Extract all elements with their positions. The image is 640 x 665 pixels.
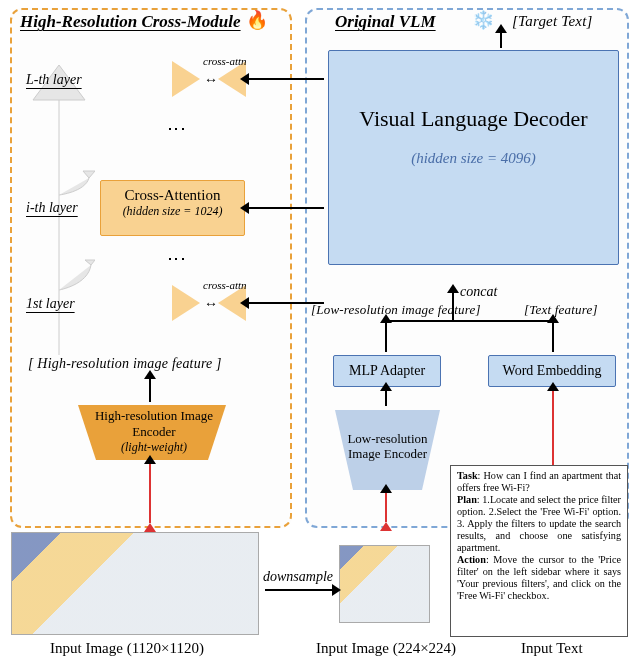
arrow-lr-encoder-to-mlp (385, 390, 387, 406)
caption-input-text: Input Text (521, 640, 583, 657)
cross-attn-top-label: cross-attn (203, 55, 247, 67)
high-resolution-module-title: High-Resolution Cross-Module (20, 12, 241, 32)
bidir-arrow-icon: ↔ (204, 72, 218, 88)
concat-label: concat (460, 284, 497, 300)
input-image-small (339, 545, 430, 623)
arrow-input-large-to-hr-encoder (149, 463, 151, 523)
visual-language-decoder-block: Visual Language Decoder (hidden size = 4… (328, 50, 619, 265)
mlp-label: MLP Adapter (349, 363, 425, 379)
task-key: Task (457, 470, 478, 481)
arrow-concat-to-decoder (452, 292, 454, 320)
hr-image-feature-label: [ High-resolution image feature ] (28, 356, 222, 372)
hr-encoder-sub: (light-weight) (121, 440, 187, 454)
fire-icon: 🔥 (246, 9, 268, 31)
decoder-hidden-size: (hidden size = 4096) (329, 150, 618, 167)
cross-attn-hidden-size: (hidden size = 1024) (101, 204, 244, 219)
lr-image-feature-label: [Low-resolution image feature] (311, 302, 481, 318)
layer-i-label: i-th layer (26, 200, 78, 216)
arrow-decoder-to-layer-i (248, 207, 324, 209)
hr-encoder-text: High-resolution Image Encoder (95, 408, 213, 439)
input-text-box: Task: How can I find an apartment that o… (450, 465, 628, 637)
caption-input-small: Input Image (224×224) (316, 640, 456, 657)
word-embedding-label: Word Embedding (503, 363, 602, 379)
cross-attn-bot-label: cross-attn (203, 279, 247, 291)
arrow-decoder-to-layerL (248, 78, 324, 80)
cross-attention-block: Cross-Attention (hidden size = 1024) (100, 180, 245, 236)
snowflake-icon: ❄️ (472, 9, 494, 31)
hr-encoder-label: High-resolution Image Encoder (light-wei… (86, 408, 222, 455)
lr-encoder-label: Low-resolution Image Encoder (340, 432, 435, 462)
cross-attn-label: Cross-Attention (101, 187, 244, 204)
ellipsis-icon: ⋮ (172, 250, 181, 270)
action-key: Action (457, 554, 486, 565)
arrow-hr-encoder-to-feature (149, 378, 151, 402)
text-feature-label: [Text feature] (524, 302, 598, 318)
ellipsis-icon: ⋮ (172, 120, 181, 140)
plan-key: Plan (457, 494, 477, 505)
layer-L-label: L-th layer (26, 72, 82, 88)
concat-join-line (385, 320, 552, 322)
arrow-decoder-to-target (500, 32, 502, 48)
caption-input-large: Input Image (1120×1120) (50, 640, 204, 657)
bidir-arrow-icon: ↔ (204, 296, 218, 312)
arrow-input-small-to-lr-encoder (385, 492, 387, 522)
arrow-downsample (265, 589, 333, 591)
target-text-label: [Target Text] (512, 13, 593, 30)
original-vlm-title: Original VLM (335, 12, 436, 32)
decoder-label: Visual Language Decoder (329, 106, 618, 132)
task-text: How can I find an apartment that offers … (457, 470, 621, 493)
plan-text: 1.Locate and select the price filter opt… (457, 494, 621, 553)
arrow-wordemb-to-feature (552, 322, 554, 352)
layer-1-label: 1st layer (26, 296, 75, 312)
downsample-label: downsample (263, 569, 333, 585)
input-image-large (11, 532, 259, 635)
arrow-mlp-to-feature (385, 322, 387, 352)
